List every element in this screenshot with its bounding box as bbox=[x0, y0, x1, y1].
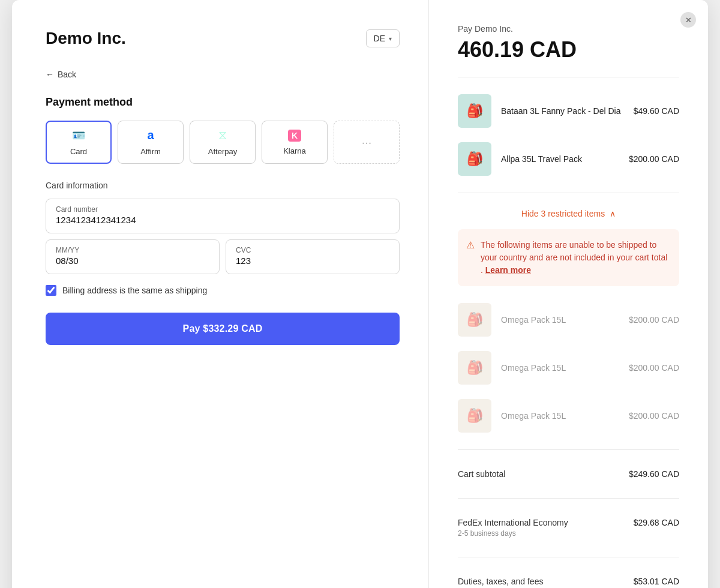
divider-5 bbox=[458, 557, 679, 557]
cart-subtotal-label: Cart subtotal bbox=[458, 469, 505, 479]
card-number-label: Card number bbox=[56, 205, 389, 214]
divider-4 bbox=[458, 498, 679, 499]
item-name-0: Bataan 3L Fanny Pack - Del Dia bbox=[501, 106, 624, 116]
total-amount: 460.19 CAD bbox=[458, 37, 679, 62]
restricted-price-1: $200.00 CAD bbox=[629, 363, 679, 373]
expiry-field[interactable]: MM/YY bbox=[46, 239, 220, 274]
card-number-input[interactable] bbox=[56, 215, 389, 225]
duties-info: Duties, taxes, and fees Order is over th… bbox=[458, 577, 632, 588]
payment-methods: 🪪 Card a Affirm ⧖ Afterpay K Klarna ··· bbox=[46, 121, 400, 164]
cvc-group: CVC bbox=[226, 239, 400, 274]
restricted-image-1: 🎒 bbox=[458, 351, 491, 385]
shipping-sublabel: 2-5 business days bbox=[458, 529, 568, 538]
card-number-group: Card number bbox=[46, 199, 400, 233]
duties-value-col: $53.01 CAD Guaranteed bbox=[632, 577, 679, 588]
chevron-up-icon: ∧ bbox=[610, 209, 616, 218]
item-image-1: 🎒 bbox=[458, 142, 491, 176]
divider-3 bbox=[458, 449, 679, 450]
duties-row: Duties, taxes, and fees Order is over th… bbox=[458, 567, 679, 588]
restricted-price-0: $200.00 CAD bbox=[629, 315, 679, 325]
lang-selected: DE bbox=[374, 34, 385, 43]
divider-2 bbox=[458, 193, 679, 193]
payment-method-more[interactable]: ··· bbox=[334, 121, 400, 164]
card-details-row: MM/YY CVC bbox=[46, 239, 400, 274]
pay-button[interactable]: Pay $332.29 CAD bbox=[46, 313, 400, 345]
payment-method-affirm[interactable]: a Affirm bbox=[118, 121, 184, 164]
company-name: Demo Inc. bbox=[46, 29, 126, 48]
cart-subtotal-row: Cart subtotal $249.60 CAD bbox=[458, 460, 679, 488]
restricted-item-1: 🎒 Omega Pack 15L $200.00 CAD bbox=[458, 344, 679, 392]
klarna-icon: K bbox=[288, 130, 301, 142]
shipping-value: $29.68 CAD bbox=[634, 518, 679, 527]
item-price-1: $200.00 CAD bbox=[629, 154, 679, 164]
back-link[interactable]: ← Back bbox=[46, 70, 400, 79]
card-label: Card bbox=[70, 147, 87, 156]
restricted-price-2: $200.00 CAD bbox=[629, 411, 679, 421]
item-name-1: Allpa 35L Travel Pack bbox=[501, 154, 619, 164]
billing-same-label: Billing address is the same as shipping bbox=[62, 286, 207, 295]
restricted-item-2: 🎒 Omega Pack 15L $200.00 CAD bbox=[458, 392, 679, 440]
payment-section-title: Payment method bbox=[46, 96, 400, 109]
item-image-0: 🎒 bbox=[458, 94, 491, 128]
back-label: Back bbox=[58, 70, 76, 79]
restricted-item-0: 🎒 Omega Pack 15L $200.00 CAD bbox=[458, 296, 679, 344]
restricted-toggle-label: Hide 3 restricted items bbox=[521, 209, 605, 218]
card-icon: 🪪 bbox=[72, 129, 85, 142]
cart-subtotal-value: $249.60 CAD bbox=[629, 469, 679, 479]
back-arrow-icon: ← bbox=[46, 70, 54, 79]
affirm-icon: a bbox=[147, 128, 154, 142]
header-row: Demo Inc. DE ▾ bbox=[46, 29, 400, 48]
more-icon: ··· bbox=[362, 136, 372, 149]
payment-method-afterpay[interactable]: ⧖ Afterpay bbox=[190, 121, 256, 164]
cvc-input[interactable] bbox=[236, 256, 389, 266]
klarna-label: Klarna bbox=[283, 146, 306, 155]
cart-item-1: 🎒 Allpa 35L Travel Pack $200.00 CAD bbox=[458, 135, 679, 183]
afterpay-label: Afterpay bbox=[208, 147, 237, 156]
cvc-label: CVC bbox=[236, 246, 389, 254]
affirm-label: Affirm bbox=[140, 147, 161, 156]
pay-to-label: Pay Demo Inc. bbox=[458, 24, 679, 34]
afterpay-icon: ⧖ bbox=[218, 128, 227, 142]
card-number-field[interactable]: Card number bbox=[46, 199, 400, 233]
restricted-name-0: Omega Pack 15L bbox=[501, 315, 619, 325]
cart-item-0: 🎒 Bataan 3L Fanny Pack - Del Dia $49.60 … bbox=[458, 87, 679, 135]
lang-chevron: ▾ bbox=[389, 35, 392, 42]
restricted-toggle[interactable]: Hide 3 restricted items ∧ bbox=[458, 203, 679, 224]
restricted-image-0: 🎒 bbox=[458, 303, 491, 337]
warning-box: ⚠ The following items are unable to be s… bbox=[458, 229, 679, 286]
language-selector[interactable]: DE ▾ bbox=[366, 29, 400, 47]
right-panel: ✕ Pay Demo Inc. 460.19 CAD 🎒 Bataan 3L F… bbox=[429, 0, 708, 588]
restricted-name-1: Omega Pack 15L bbox=[501, 363, 619, 373]
learn-more-link[interactable]: Learn more bbox=[485, 265, 531, 275]
restricted-name-2: Omega Pack 15L bbox=[501, 411, 619, 421]
billing-checkbox-row: Billing address is the same as shipping bbox=[46, 285, 400, 296]
expiry-label: MM/YY bbox=[56, 246, 209, 254]
card-info-title: Card information bbox=[46, 181, 400, 190]
left-panel: Demo Inc. DE ▾ ← Back Payment method 🪪 C… bbox=[12, 0, 429, 588]
close-icon: ✕ bbox=[685, 16, 692, 25]
warning-text: The following items are unable to be shi… bbox=[481, 239, 670, 277]
warning-icon: ⚠ bbox=[466, 239, 475, 251]
divider-1 bbox=[458, 77, 679, 77]
payment-method-card[interactable]: 🪪 Card bbox=[46, 121, 112, 164]
expiry-input[interactable] bbox=[56, 256, 209, 266]
duties-value: $53.01 CAD bbox=[634, 577, 679, 586]
shipping-info: FedEx International Economy 2-5 business… bbox=[458, 518, 568, 538]
close-button[interactable]: ✕ bbox=[680, 12, 696, 28]
expiry-group: MM/YY bbox=[46, 239, 220, 274]
restricted-image-2: 🎒 bbox=[458, 399, 491, 433]
billing-same-checkbox[interactable] bbox=[46, 285, 56, 296]
cvc-field[interactable]: CVC bbox=[226, 239, 400, 274]
duties-label: Duties, taxes, and fees bbox=[458, 577, 632, 586]
shipping-row: FedEx International Economy 2-5 business… bbox=[458, 508, 679, 547]
item-price-0: $49.60 CAD bbox=[634, 106, 679, 116]
shipping-label: FedEx International Economy bbox=[458, 518, 568, 527]
payment-method-klarna[interactable]: K Klarna bbox=[262, 121, 328, 164]
